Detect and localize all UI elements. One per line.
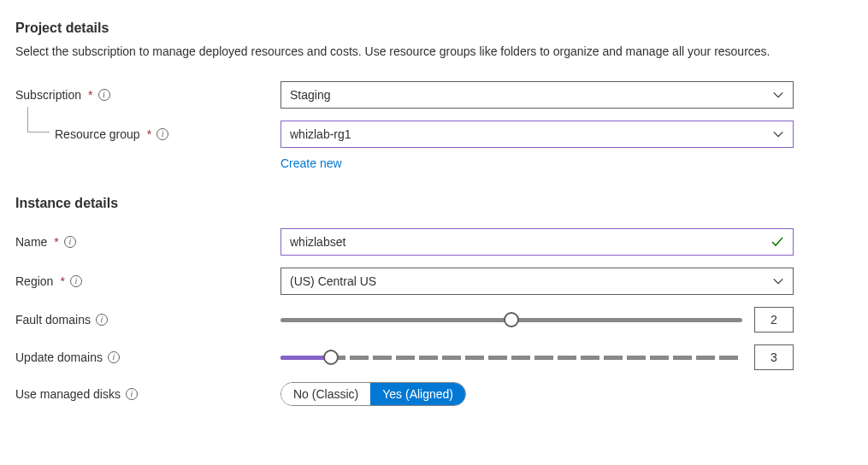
managed-disks-option-no[interactable]: No (Classic) (281, 383, 370, 405)
managed-disks-toggle: No (Classic) Yes (Aligned) (280, 382, 466, 406)
name-label-text: Name (15, 235, 47, 249)
tree-connector (27, 107, 50, 132)
update-domains-slider[interactable] (280, 349, 742, 366)
region-dropdown[interactable]: (US) Central US (280, 268, 794, 295)
project-details-heading: Project details (15, 21, 853, 36)
fault-domains-value: 2 (754, 307, 794, 333)
resource-group-dropdown[interactable]: whizlab-rg1 (280, 121, 794, 148)
subscription-label-text: Subscription (15, 88, 81, 102)
managed-disks-label: Use managed disks i (15, 387, 280, 401)
chevron-down-icon (772, 275, 784, 287)
fault-domains-label-text: Fault domains (15, 313, 91, 327)
instance-details-heading: Instance details (15, 196, 853, 211)
required-marker: * (60, 274, 64, 288)
region-value: (US) Central US (290, 274, 376, 288)
update-domains-label: Update domains i (15, 350, 280, 364)
check-icon (771, 235, 784, 249)
fault-domains-slider[interactable] (280, 311, 742, 328)
chevron-down-icon (772, 89, 784, 101)
slider-thumb[interactable] (504, 312, 519, 327)
update-domains-label-text: Update domains (15, 350, 103, 364)
create-new-link[interactable]: Create new (280, 156, 342, 170)
info-icon[interactable]: i (96, 314, 108, 326)
region-label: Region * i (15, 274, 280, 288)
fault-domains-label: Fault domains i (15, 313, 280, 327)
update-domains-value: 3 (754, 344, 794, 370)
name-input-wrapper (280, 228, 794, 256)
name-label: Name * i (15, 235, 280, 249)
info-icon[interactable]: i (70, 275, 82, 287)
managed-disks-option-yes[interactable]: Yes (Aligned) (370, 383, 465, 405)
info-icon[interactable]: i (108, 351, 120, 363)
subscription-value: Staging (290, 88, 330, 102)
required-marker: * (88, 88, 92, 102)
info-icon[interactable]: i (156, 128, 168, 140)
slider-thumb[interactable] (323, 350, 339, 365)
resource-group-label-text: Resource group (55, 127, 140, 141)
required-marker: * (54, 235, 58, 249)
subscription-dropdown[interactable]: Staging (280, 81, 794, 109)
project-details-description: Select the subscription to manage deploy… (15, 43, 853, 61)
managed-disks-label-text: Use managed disks (15, 387, 121, 401)
info-icon[interactable]: i (64, 236, 76, 248)
region-label-text: Region (15, 274, 53, 288)
resource-group-value: whizlab-rg1 (290, 127, 351, 141)
info-icon[interactable]: i (98, 89, 110, 101)
chevron-down-icon (772, 128, 784, 140)
name-input[interactable] (290, 235, 771, 249)
required-marker: * (147, 127, 151, 141)
info-icon[interactable]: i (126, 388, 138, 400)
subscription-label: Subscription * i (15, 88, 280, 102)
resource-group-label: Resource group * i (15, 127, 280, 141)
